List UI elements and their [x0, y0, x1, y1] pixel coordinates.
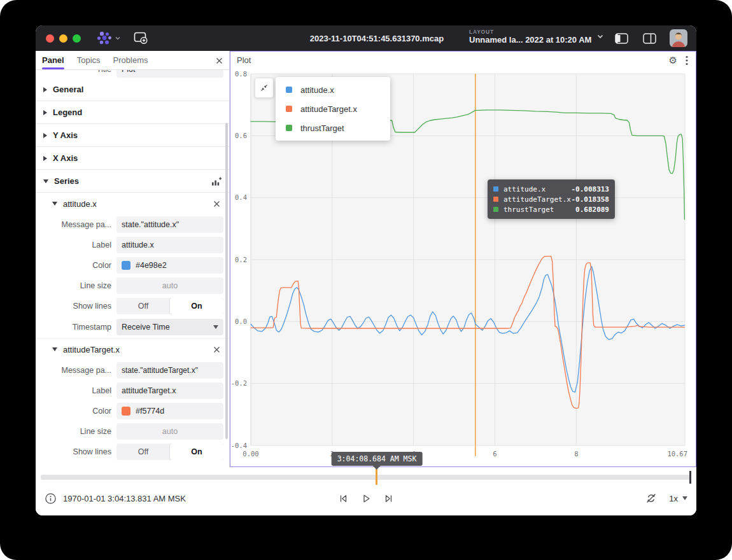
series-swatch — [493, 186, 498, 192]
show-lines-on-button[interactable]: On — [170, 444, 223, 460]
right-sidebar-toggle-button[interactable] — [641, 31, 658, 46]
legend-item[interactable]: attitudeTarget.x — [276, 99, 390, 118]
series-header[interactable]: attitude.x — [36, 193, 229, 214]
tab-problems[interactable]: Problems — [107, 51, 155, 69]
section-y-axis[interactable]: Y Axis — [36, 124, 229, 147]
section-general[interactable]: General — [36, 78, 229, 101]
label-input[interactable]: attitudeTarget.x — [116, 382, 223, 399]
show-lines-row: Show lines Off On — [36, 296, 229, 316]
chevron-down-icon — [52, 347, 57, 351]
title-bar: 2023-11-10T04:51:45.631370.mcap LAYOUT U… — [36, 25, 696, 51]
legend-swatch — [286, 87, 292, 93]
window-title: 2023-11-10T04:51:45.631370.mcap — [310, 34, 444, 43]
remove-series-button[interactable] — [211, 344, 222, 354]
show-lines-off-button[interactable]: Off — [116, 444, 170, 460]
panel-settings-gear-icon[interactable]: ⚙ — [669, 54, 677, 67]
message-path-row: Message pa... state."attitudeTarget.x" — [36, 360, 229, 381]
series-swatch — [493, 207, 498, 212]
tab-topics[interactable]: Topics — [71, 51, 107, 69]
legend-item[interactable]: thrustTarget — [276, 118, 390, 137]
playback-speed-control[interactable]: 1x — [669, 494, 687, 503]
close-window-button[interactable] — [46, 34, 54, 43]
layout-label: LAYOUT — [469, 29, 591, 35]
window-controls — [46, 34, 81, 43]
label-input[interactable]: attitude.x — [116, 237, 223, 253]
svg-text:0.4: 0.4 — [235, 193, 247, 201]
collapse-icon — [260, 83, 269, 92]
color-input[interactable]: #4e98e2 — [116, 257, 223, 274]
title-field-input[interactable]: Plot — [116, 70, 223, 78]
color-row: Color #4e98e2 — [36, 255, 229, 276]
series-block-attitude-target-x: attitudeTarget.x Message pa... state."at… — [36, 338, 229, 462]
series-swatch — [493, 197, 498, 202]
seek-hover-marker[interactable] — [376, 469, 377, 485]
show-lines-off-button[interactable]: Off — [116, 298, 170, 314]
seek-hover-tooltip: 3:04:08.684 AM MSK — [332, 452, 423, 466]
chevron-down-icon — [115, 36, 121, 41]
color-swatch[interactable] — [122, 261, 130, 270]
app-menu-button[interactable] — [96, 30, 121, 46]
show-lines-row: Show lines Off On — [36, 442, 229, 462]
section-x-axis[interactable]: X Axis — [36, 147, 229, 170]
line-size-input[interactable]: auto — [116, 423, 223, 440]
chevron-right-icon — [43, 110, 47, 115]
title-field-label: Title — [36, 70, 111, 74]
data-source-info-button[interactable] — [45, 493, 57, 505]
svg-text:-0.2: -0.2 — [231, 379, 247, 387]
legend-swatch — [286, 125, 292, 131]
section-legend[interactable]: Legend — [36, 101, 229, 124]
seek-forward-button[interactable] — [383, 493, 395, 505]
play-button[interactable] — [360, 493, 372, 505]
collapse-legend-button[interactable] — [255, 78, 274, 98]
legend-item[interactable]: attitude.x — [276, 80, 390, 99]
foxglove-logo-icon — [96, 30, 113, 46]
svg-text:-0.4: -0.4 — [231, 442, 247, 449]
legend-swatch — [286, 106, 292, 112]
playhead-marker[interactable] — [689, 471, 691, 484]
seek-bar[interactable] — [41, 475, 691, 480]
chevron-down-icon — [43, 179, 48, 183]
chevron-down-icon — [682, 496, 687, 500]
panel-menu-kebab-icon[interactable] — [686, 55, 688, 66]
tooltip-row: thrustTarget 0.682089 — [493, 204, 609, 214]
show-lines-on-button[interactable]: On — [170, 298, 223, 314]
plot-panel: Plot ⚙ 0.80.60.40.20.0-0.2-0.40.00246810… — [230, 51, 696, 467]
user-avatar[interactable] — [670, 29, 687, 47]
sidebar-scrollbar[interactable] — [225, 123, 228, 439]
color-input[interactable]: #f5774d — [116, 403, 223, 419]
remove-series-button[interactable] — [211, 199, 222, 209]
playback-bar: 1970-01-01 3:04:13.831 AM MSK — [36, 467, 696, 515]
show-lines-toggle: Off On — [116, 444, 223, 460]
section-series[interactable]: Series — [36, 170, 229, 193]
seek-backward-button[interactable] — [337, 493, 349, 505]
left-sidebar-toggle-button[interactable] — [613, 31, 630, 46]
show-lines-toggle: Off On — [116, 298, 223, 314]
tooltip-row: attitudeTarget.x -0.018358 — [493, 194, 609, 204]
chevron-down-icon — [213, 325, 218, 329]
minimize-window-button[interactable] — [59, 34, 67, 43]
close-icon — [216, 57, 223, 64]
loop-playback-off-button[interactable] — [645, 492, 658, 505]
line-size-input[interactable]: auto — [116, 277, 223, 294]
layout-menu-button[interactable]: LAYOUT Unnamed la... 2022 at 10:20 AM — [469, 29, 604, 45]
chevron-right-icon — [43, 133, 47, 138]
timestamp-row: Timestamp Receive Time — [36, 316, 229, 338]
line-size-row: Line size auto — [36, 276, 229, 296]
plot-panel-title: Plot — [237, 55, 251, 65]
timestamp-select[interactable]: Receive Time — [116, 319, 223, 335]
add-series-button[interactable] — [210, 176, 222, 187]
zoom-window-button[interactable] — [73, 34, 81, 43]
series-header[interactable]: attitudeTarget.x — [36, 339, 229, 360]
main-area: Panel Topics Problems Title Plot — [36, 51, 696, 467]
message-path-input[interactable]: state."attitude.x" — [116, 216, 223, 233]
message-path-row: Message pa... state."attitude.x" — [36, 214, 229, 235]
chevron-down-icon — [52, 202, 57, 206]
tab-panel[interactable]: Panel — [36, 51, 71, 69]
svg-text:0.00: 0.00 — [243, 450, 258, 458]
clipped-title-row: Title Plot — [36, 70, 229, 78]
message-path-input[interactable]: state."attitudeTarget.x" — [116, 362, 223, 379]
add-panel-button[interactable] — [132, 31, 149, 46]
close-sidebar-button[interactable] — [214, 55, 224, 66]
svg-text:6: 6 — [493, 450, 496, 458]
color-swatch[interactable] — [122, 407, 130, 416]
